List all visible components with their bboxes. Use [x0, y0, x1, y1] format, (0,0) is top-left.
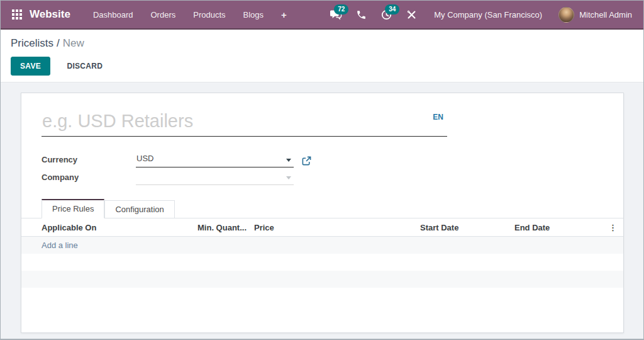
column-options-icon[interactable]: ⋮	[609, 223, 617, 232]
user-menu[interactable]: Mitchell Admin	[579, 10, 632, 20]
col-header-start-date[interactable]: Start Date	[420, 223, 514, 232]
nav-item-products[interactable]: Products	[184, 0, 234, 29]
col-header-price[interactable]: Price	[254, 223, 420, 232]
add-line-row: Add a line	[21, 237, 623, 254]
nav-item-orders[interactable]: Orders	[142, 0, 184, 29]
activities-icon[interactable]: 34	[374, 0, 399, 29]
company-label: Company	[42, 173, 136, 185]
navbar-left: Website Dashboard Orders Products Blogs …	[7, 1, 296, 28]
form-view: EN Currency USD Company	[1, 82, 643, 339]
app-window: Website Dashboard Orders Products Blogs …	[0, 0, 644, 340]
currency-label: Currency	[42, 155, 136, 167]
nav-item-dashboard[interactable]: Dashboard	[84, 0, 142, 29]
notebook-tabs: Price Rules Configuration	[21, 200, 623, 218]
currency-field-row: Currency USD	[42, 150, 623, 167]
activities-badge: 34	[385, 4, 399, 14]
company-field-row: Company	[42, 167, 623, 185]
tools-icon[interactable]	[399, 0, 424, 29]
user-avatar[interactable]	[558, 7, 574, 23]
phone-icon[interactable]	[349, 0, 374, 29]
col-header-end-date[interactable]: End Date	[514, 223, 606, 232]
col-header-min-quantity[interactable]: Min. Quant...	[197, 223, 254, 232]
discard-button[interactable]: DISCARD	[58, 57, 111, 75]
top-navbar: Website Dashboard Orders Products Blogs …	[1, 1, 643, 30]
company-input[interactable]	[136, 171, 294, 185]
chevron-down-icon[interactable]	[286, 159, 291, 162]
add-a-line-link[interactable]: Add a line	[42, 241, 78, 250]
tab-configuration[interactable]: Configuration	[104, 200, 174, 218]
navbar-systray: 72 34 My Company (San Franci	[323, 1, 636, 28]
save-button[interactable]: SAVE	[11, 57, 50, 76]
control-panel: Pricelists/New SAVE DISCARD	[1, 30, 643, 82]
breadcrumb-pricelists-link[interactable]: Pricelists	[11, 37, 53, 49]
price-rules-table: Applicable On Min. Quant... Price Start …	[21, 218, 623, 288]
form-sheet: EN Currency USD Company	[21, 93, 624, 333]
messages-icon[interactable]: 72	[323, 0, 349, 29]
language-badge[interactable]: EN	[433, 113, 443, 122]
company-switcher[interactable]: My Company (San Francisco)	[434, 10, 542, 20]
new-content-plus-icon[interactable]: +	[272, 0, 296, 29]
column-options-cell: ⋮	[606, 223, 623, 232]
pricelist-name-input[interactable]	[42, 111, 447, 137]
col-header-applicable-on[interactable]: Applicable On	[21, 223, 197, 232]
apps-grid-icon[interactable]	[12, 9, 22, 20]
tab-price-rules[interactable]: Price Rules	[42, 199, 104, 218]
action-buttons: SAVE DISCARD	[11, 57, 633, 76]
breadcrumb-separator: /	[57, 37, 60, 49]
breadcrumb-current: New	[63, 37, 84, 49]
empty-row	[21, 271, 623, 288]
nav-item-blogs[interactable]: Blogs	[235, 0, 273, 29]
empty-row	[21, 254, 623, 271]
currency-value: USD	[136, 154, 153, 163]
currency-input[interactable]: USD	[136, 154, 294, 167]
table-header-row: Applicable On Min. Quant... Price Start …	[21, 218, 623, 237]
external-link-icon[interactable]	[302, 156, 311, 166]
messages-badge: 72	[334, 4, 348, 14]
pricelist-name-row: EN	[42, 111, 447, 137]
app-name[interactable]: Website	[30, 8, 70, 21]
chevron-down-icon[interactable]	[286, 176, 291, 179]
breadcrumb: Pricelists/New	[11, 37, 633, 50]
